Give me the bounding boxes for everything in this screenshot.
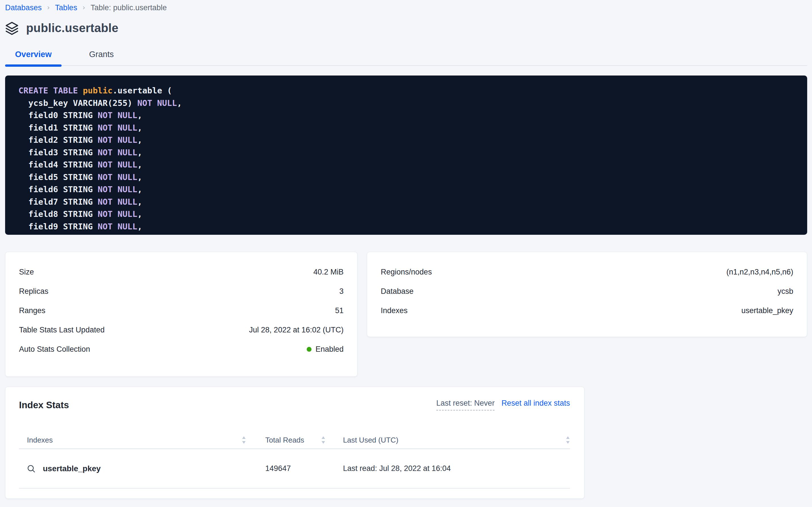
sql-line: field9 STRING NOT NULL, (18, 221, 794, 233)
table-row: usertable_pkey 149647 Last read: Jul 28,… (19, 449, 570, 489)
detail-value: usertable_pkey (741, 306, 793, 315)
sql-line: field1 STRING NOT NULL, (18, 122, 794, 134)
index-stats-card: Index Stats Last reset: Never Reset all … (5, 387, 584, 499)
detail-row: Databaseycsb (381, 282, 793, 301)
column-header-indexes[interactable]: Indexes (19, 436, 246, 445)
index-stats-actions: Last reset: Never Reset all index stats (436, 399, 570, 410)
detail-value: ycsb (777, 287, 793, 296)
index-stats-title: Index Stats (19, 400, 69, 410)
detail-value: 40.2 MiB (313, 268, 343, 277)
detail-row: Replicas3 (19, 282, 343, 301)
detail-label: Size (19, 268, 34, 277)
detail-row: Size40.2 MiB (19, 262, 343, 282)
page-title: public.usertable (26, 21, 118, 35)
index-table-body: usertable_pkey 149647 Last read: Jul 28,… (19, 449, 570, 489)
sql-line: ycsb_key VARCHAR(255) NOT NULL, (18, 97, 794, 110)
chevron-right-icon (46, 6, 51, 10)
column-header-label: Total Reads (265, 436, 304, 445)
create-table-statement-panel: CREATE TABLE public.usertable ( ycsb_key… (5, 75, 807, 235)
last-reset-label: Last reset: Never (436, 399, 495, 410)
detail-value: (n1,n2,n3,n4,n5,n6) (726, 268, 793, 277)
sql-line: field5 STRING NOT NULL, (18, 171, 794, 184)
chevron-right-icon (82, 6, 86, 10)
tab-bar: Overview Grants (5, 47, 807, 66)
tab-grants[interactable]: Grants (79, 47, 124, 65)
column-header-total-reads[interactable]: Total Reads (246, 436, 325, 445)
breadcrumb-link-tables[interactable]: Tables (55, 3, 77, 12)
detail-value: Enabled (307, 345, 343, 354)
column-header-last-used[interactable]: Last Used (UTC) (325, 436, 570, 445)
detail-label: Auto Stats Collection (19, 345, 90, 354)
sort-arrows-icon (321, 436, 325, 444)
detail-value: 51 (335, 306, 343, 315)
search-icon (27, 464, 36, 473)
total-reads-cell: 149647 (246, 464, 325, 473)
last-used-cell: Last read: Jul 28, 2022 at 16:04 (325, 464, 570, 473)
sql-line: field2 STRING NOT NULL, (18, 134, 794, 147)
index-name-cell: usertable_pkey (19, 464, 246, 473)
index-table-header-row: Indexes Total Reads Last Used (UTC) (19, 432, 570, 449)
index-stats-header: Index Stats Last reset: Never Reset all … (19, 387, 570, 410)
index-name-link[interactable]: usertable_pkey (43, 464, 101, 473)
detail-value: 3 (339, 287, 343, 296)
page-header: public.usertable (5, 21, 807, 35)
reset-all-index-stats-link[interactable]: Reset all index stats (501, 399, 570, 408)
sql-line: field8 STRING NOT NULL, (18, 208, 794, 221)
sql-line: field3 STRING NOT NULL, (18, 147, 794, 159)
sort-arrows-icon (566, 436, 570, 444)
detail-row: Regions/nodes(n1,n2,n3,n4,n5,n6) (381, 262, 793, 282)
overview-cards-row: Size40.2 MiBReplicas3Ranges51Table Stats… (5, 252, 807, 377)
column-header-label: Last Used (UTC) (343, 436, 398, 445)
detail-label: Indexes (381, 306, 408, 315)
last-used-value: Last read: Jul 28, 2022 at 16:04 (343, 464, 451, 473)
sql-line: field6 STRING NOT NULL, (18, 183, 794, 196)
layers-icon (5, 21, 19, 35)
sort-arrows-icon (242, 436, 246, 444)
table-details-card: Size40.2 MiBReplicas3Ranges51Table Stats… (5, 252, 358, 377)
breadcrumb-link-databases[interactable]: Databases (5, 3, 42, 12)
detail-label: Ranges (19, 306, 45, 315)
detail-label: Database (381, 287, 414, 296)
detail-label: Replicas (19, 287, 49, 296)
column-header-label: Indexes (27, 436, 53, 445)
detail-row: Ranges51 (19, 301, 343, 320)
sql-line: field7 STRING NOT NULL, (18, 196, 794, 208)
detail-row: Table Stats Last UpdatedJul 28, 2022 at … (19, 320, 343, 340)
detail-row: Auto Stats CollectionEnabled (19, 340, 343, 359)
table-topology-card: Regions/nodes(n1,n2,n3,n4,n5,n6)Database… (367, 252, 807, 337)
sql-line: field4 STRING NOT NULL, (18, 159, 794, 171)
breadcrumb-current: Table: public.usertable (90, 3, 167, 12)
table-details-page: Databases Tables Table: public.usertable… (0, 0, 812, 499)
tab-overview[interactable]: Overview (5, 47, 62, 65)
detail-label: Regions/nodes (381, 268, 432, 277)
breadcrumb: Databases Tables Table: public.usertable (5, 0, 807, 12)
detail-value: Jul 28, 2022 at 16:02 (UTC) (249, 326, 343, 334)
sql-line: field0 STRING NOT NULL, (18, 109, 794, 122)
detail-label: Table Stats Last Updated (19, 326, 105, 334)
sql-line: CREATE TABLE public.usertable ( (18, 84, 794, 97)
status-dot-green (307, 347, 312, 352)
total-reads-value: 149647 (265, 464, 291, 473)
detail-row: Indexesusertable_pkey (381, 301, 793, 320)
